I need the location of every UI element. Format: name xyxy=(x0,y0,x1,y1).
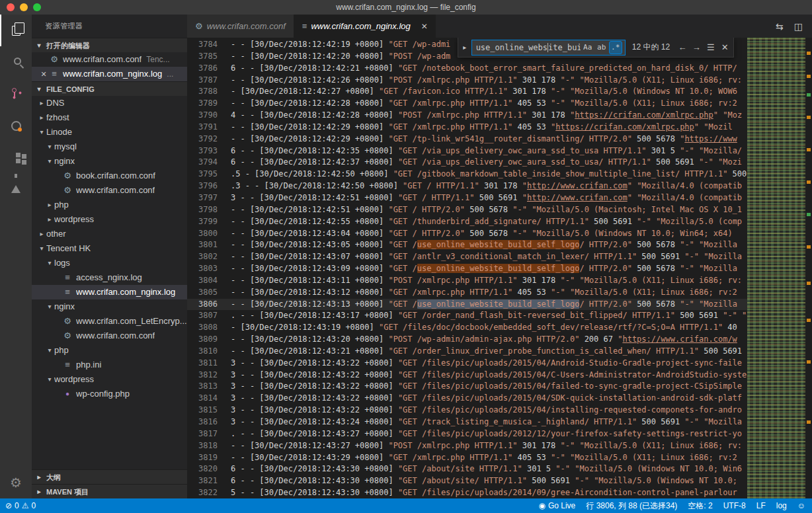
section-maven[interactable]: ▸ MAVEN 项目 xyxy=(32,484,187,498)
split-editor-icon[interactable]: ◫ xyxy=(794,21,803,32)
chevron-down-icon[interactable]: ▾ xyxy=(45,154,54,169)
activity-run-button[interactable] xyxy=(0,110,32,141)
language-mode[interactable]: log xyxy=(776,501,787,510)
tree-item-www.crifan.com-letencryp...[interactable]: ⚙www.crifan.com_LetEncryp... xyxy=(32,314,187,329)
settings-button[interactable]: ⚙ xyxy=(0,467,32,498)
code-line-3792[interactable]: 3792- - [30/Dec/2018:12:42:29 +0800] "GE… xyxy=(187,134,747,145)
code-line-3800[interactable]: 3800- - [30/Dec/2018:12:43:04 +0800] "GE… xyxy=(187,228,747,240)
close-icon[interactable]: ✕ xyxy=(38,67,49,81)
tree-item-wordpress[interactable]: ▾wordpress xyxy=(32,372,187,387)
code-line-3815[interactable]: 38153 - - [30/Dec/2018:12:43:22 +0800] "… xyxy=(187,405,747,416)
whole-word-toggle[interactable]: ab xyxy=(595,41,608,54)
chevron-down-icon[interactable]: ▾ xyxy=(45,372,54,387)
code-line-3810[interactable]: 3810- - [30/Dec/2018:12:43:21 +0800] "GE… xyxy=(187,346,747,358)
tree-item-dns[interactable]: ▸DNS xyxy=(32,96,187,110)
code-line-3805[interactable]: 3805- - [30/Dec/2018:12:43:12 +0800] "GE… xyxy=(187,287,747,299)
code-line-3798[interactable]: 3798- - [30/Dec/2018:12:42:51 +0800] "GE… xyxy=(187,204,747,216)
chevron-down-icon[interactable]: ▾ xyxy=(37,125,46,139)
match-case-toggle[interactable]: Aa xyxy=(581,41,594,54)
close-tab-icon[interactable]: ✕ xyxy=(421,22,428,31)
section-open-editors[interactable]: ▾ 打开的编辑器 xyxy=(32,38,187,52)
tree-item-php.ini[interactable]: ≡php.ini xyxy=(32,358,187,372)
code-line-3803[interactable]: 3803- - [30/Dec/2018:12:43:09 +0800] "GE… xyxy=(187,263,747,275)
code-line-3817[interactable]: 3817. - - [30/Dec/2018:12:43:27 +0800] "… xyxy=(187,428,747,440)
tree-item-logs[interactable]: ▾logs xyxy=(32,256,187,270)
chevron-down-icon[interactable]: ▾ xyxy=(45,343,54,358)
find-in-selection-icon[interactable]: ☰ xyxy=(705,42,716,52)
go-live-button[interactable]: ◉ Go Live xyxy=(538,501,575,510)
minimap[interactable] xyxy=(747,38,805,498)
feedback-smiley-icon[interactable]: ☺ xyxy=(797,501,805,510)
tab-www-crifan-com-conf[interactable]: ⚙ www.crifan.com.conf xyxy=(187,15,294,38)
problems-warnings[interactable]: ⚠ 0 xyxy=(22,501,36,510)
activity-test-button[interactable] xyxy=(0,173,32,205)
indentation-setting[interactable]: 空格: 2 xyxy=(688,500,712,512)
toggle-replace-chevron-icon[interactable]: ▸ xyxy=(461,44,469,51)
tree-item-php[interactable]: ▸php xyxy=(32,198,187,212)
next-match-button[interactable]: → xyxy=(691,42,702,52)
tree-item-fzhost[interactable]: ▸fzhost xyxy=(32,110,187,125)
eol-setting[interactable]: LF xyxy=(756,501,766,510)
tree-item-other[interactable]: ▸other xyxy=(32,227,187,241)
code-line-3795[interactable]: 3795.5 - [30/Dec/2018:12:42:50 +0800] "G… xyxy=(187,169,747,180)
code-line-3807[interactable]: 3807. - - [30/Dec/2018:12:43:17 +0800] "… xyxy=(187,310,747,322)
code-line-3808[interactable]: 3808- [30/Dec/2018:12:43:19 +0800] "GET … xyxy=(187,322,747,334)
previous-match-button[interactable]: ← xyxy=(676,42,688,52)
code-line-3802[interactable]: 3802- - [30/Dec/2018:12:43:07 +0800] "GE… xyxy=(187,251,747,263)
activity-explorer-button[interactable] xyxy=(0,15,32,46)
code-line-3786[interactable]: 37866 - - [30/Dec/2018:12:42:21 +0800] "… xyxy=(187,63,747,75)
section-outline[interactable]: ▸ 大纲 xyxy=(32,469,187,484)
code-line-3818[interactable]: 3818- - [30/Dec/2018:12:43:27 +0800] "PO… xyxy=(187,440,747,452)
code-line-3812[interactable]: 38123 - - [30/Dec/2018:12:43:22 +0800] "… xyxy=(187,370,747,381)
tree-item-access-nginx.log[interactable]: ≡access_nginx.log xyxy=(32,270,187,285)
close-window-button[interactable] xyxy=(7,3,15,11)
find-input[interactable]: use_online_website_build Aa ab .* xyxy=(471,40,626,56)
section-file-config[interactable]: ▾ FILE_CONFIG xyxy=(32,81,187,96)
encoding-setting[interactable]: UTF-8 xyxy=(723,501,746,510)
code-line-3820[interactable]: 38206 - - [30/Dec/2018:12:43:30 +0800] "… xyxy=(187,463,747,475)
code-line-3806[interactable]: 3806- - [30/Dec/2018:12:43:13 +0800] "GE… xyxy=(187,299,747,311)
tree-item-nginx[interactable]: ▾nginx xyxy=(32,154,187,169)
code-line-3804[interactable]: 3804- - [30/Dec/2018:12:43:11 +0800] "PO… xyxy=(187,275,747,287)
close-find-widget-button[interactable]: ✕ xyxy=(719,42,731,52)
code-line-3793[interactable]: 37936 - - [30/Dec/2018:12:42:35 +0800] "… xyxy=(187,145,747,157)
activity-search-button[interactable] xyxy=(0,46,32,78)
code-line-3801[interactable]: 3801- - [30/Dec/2018:12:43:05 +0800] "GE… xyxy=(187,239,747,251)
regex-toggle[interactable]: .* xyxy=(609,41,622,54)
code-line-3796[interactable]: 3796.3 - - [30/Dec/2018:12:42:50 +0800] … xyxy=(187,180,747,192)
chevron-down-icon[interactable]: ▾ xyxy=(45,299,54,314)
code-line-3799[interactable]: 3799- - [30/Dec/2018:12:42:55 +0800] "GE… xyxy=(187,216,747,228)
chevron-right-icon[interactable]: ▸ xyxy=(45,212,54,227)
chevron-down-icon[interactable]: ▾ xyxy=(45,256,54,270)
tree-item-www.crifan.com.conf[interactable]: ⚙www.crifan.com.conf xyxy=(32,183,187,198)
chevron-right-icon[interactable]: ▸ xyxy=(37,227,46,241)
code-line-3789[interactable]: 3789- - [30/Dec/2018:12:42:28 +0800] "GE… xyxy=(187,98,747,110)
chevron-down-icon[interactable]: ▾ xyxy=(37,241,46,256)
open-changes-icon[interactable]: ⇆ xyxy=(776,21,784,32)
code-line-3819[interactable]: 3819- - [30/Dec/2018:12:43:29 +0800] "GE… xyxy=(187,452,747,464)
chevron-down-icon[interactable]: ▾ xyxy=(45,139,54,154)
code-line-3794[interactable]: 37946 - - [30/Dec/2018:12:42:37 +0800] "… xyxy=(187,157,747,169)
code-line-3797[interactable]: 37973 - - [30/Dec/2018:12:42:51 +0800] "… xyxy=(187,192,747,204)
code-line-3816[interactable]: 38163 - - [30/Dec/2018:12:43:24 +0800] "… xyxy=(187,416,747,428)
problems-errors[interactable]: ⊘ 0 xyxy=(5,501,19,510)
code-line-3787[interactable]: 3787- - [30/Dec/2018:12:42:26 +0800] "PO… xyxy=(187,75,747,87)
chevron-right-icon[interactable]: ▸ xyxy=(37,110,46,125)
maximize-window-button[interactable] xyxy=(33,3,41,11)
code-line-3809[interactable]: 3809- - [30/Dec/2018:12:43:20 +0800] "PO… xyxy=(187,334,747,346)
code-line-3813[interactable]: 38133 - - [30/Dec/2018:12:43:22 +0800] "… xyxy=(187,381,747,393)
code-line-3791[interactable]: 3791- - [30/Dec/2018:12:42:29 +0800] "GE… xyxy=(187,122,747,134)
tree-item-wp-config.php[interactable]: ●wp-config.php xyxy=(32,387,187,401)
tree-item-www.crifan.com.conf[interactable]: ⚙www.crifan.com.conf xyxy=(32,329,187,343)
chevron-right-icon[interactable]: ▸ xyxy=(37,96,46,110)
tree-item-mysql[interactable]: ▾mysql xyxy=(32,139,187,154)
tree-item-wordpress[interactable]: ▸wordpress xyxy=(32,212,187,227)
open-editor-item[interactable]: ⚙www.crifan.com.confTenc... xyxy=(32,52,187,67)
tree-item-linode[interactable]: ▾Linode xyxy=(32,125,187,139)
code-line-3814[interactable]: 38143 - - [30/Dec/2018:12:43:22 +0800] "… xyxy=(187,393,747,405)
code-line-3811[interactable]: 38113 - - [30/Dec/2018:12:43:22 +0800] "… xyxy=(187,358,747,370)
open-editor-item[interactable]: ✕≡www.crifan.com_nginx.log... xyxy=(32,67,187,81)
code-line-3822[interactable]: 38225 - - [30/Dec/2018:12:43:30 +0800] "… xyxy=(187,487,747,498)
tree-item-nginx[interactable]: ▾nginx xyxy=(32,299,187,314)
tree-item-book.crifan.com.conf[interactable]: ⚙book.crifan.com.conf xyxy=(32,169,187,183)
